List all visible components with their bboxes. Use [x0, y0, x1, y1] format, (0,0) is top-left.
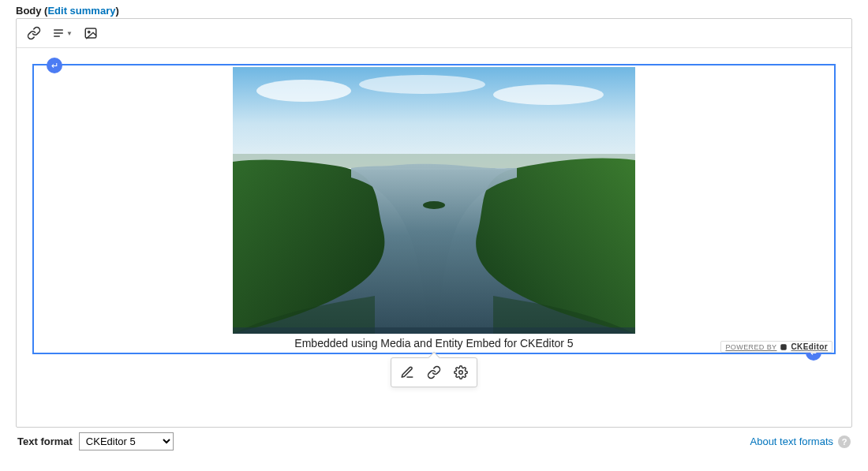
powered-by-prefix: POWERED BY	[725, 343, 776, 351]
format-left: Text format CKEditor 5	[17, 432, 174, 450]
svg-point-6	[256, 80, 351, 102]
powered-by-badge[interactable]: POWERED BY CKEditor	[720, 341, 832, 353]
embedded-media-block[interactable]: ↵ ↵	[32, 64, 836, 354]
image-icon	[84, 26, 98, 40]
about-text-formats-link[interactable]: About text formats	[750, 435, 834, 447]
paren-close: )	[115, 5, 118, 17]
body-field-label: Body (Edit summary)	[16, 5, 852, 17]
paragraph-handle-before[interactable]: ↵	[47, 58, 62, 73]
svg-point-10	[423, 201, 445, 209]
help-icon[interactable]: ?	[838, 435, 851, 448]
embed-caption: Embedded using Media and Entity Embed fo…	[34, 337, 834, 350]
ckeditor-wrapper: ▼ ↵ ↵	[16, 18, 852, 428]
edit-embed-button[interactable]	[395, 361, 420, 383]
insert-image-button[interactable]	[78, 22, 103, 44]
embed-balloon-toolbar	[391, 357, 477, 387]
svg-rect-12	[781, 344, 788, 350]
link-button[interactable]	[21, 22, 47, 44]
list-button[interactable]: ▼	[47, 22, 78, 44]
gear-icon	[454, 365, 468, 379]
text-format-bar: Text format CKEditor 5 About text format…	[16, 428, 852, 452]
text-format-label: Text format	[17, 435, 73, 447]
editor-toolbar: ▼	[17, 19, 851, 48]
svg-point-4	[88, 31, 90, 32]
link-icon	[27, 26, 41, 40]
embed-inner: Embedded using Media and Entity Embed fo…	[34, 65, 834, 353]
chevron-down-icon: ▼	[66, 30, 73, 37]
edit-summary-link[interactable]: Edit summary	[47, 5, 115, 17]
pencil-icon	[400, 365, 414, 379]
text-format-select[interactable]: CKEditor 5	[79, 432, 174, 450]
embedded-image	[233, 67, 635, 334]
link-embed-button[interactable]	[421, 361, 447, 383]
settings-embed-button[interactable]	[448, 361, 473, 383]
svg-point-8	[493, 84, 604, 105]
list-icon	[52, 27, 65, 39]
ckeditor-logo-icon	[780, 343, 788, 351]
svg-point-7	[359, 75, 485, 94]
link-icon	[427, 365, 441, 379]
return-icon: ↵	[51, 61, 58, 71]
editor-content-area[interactable]: ↵ ↵	[17, 48, 851, 427]
svg-point-11	[459, 371, 463, 375]
powered-by-brand: CKEditor	[791, 342, 828, 351]
format-right: About text formats ?	[750, 435, 851, 448]
body-label-text: Body	[16, 5, 42, 17]
